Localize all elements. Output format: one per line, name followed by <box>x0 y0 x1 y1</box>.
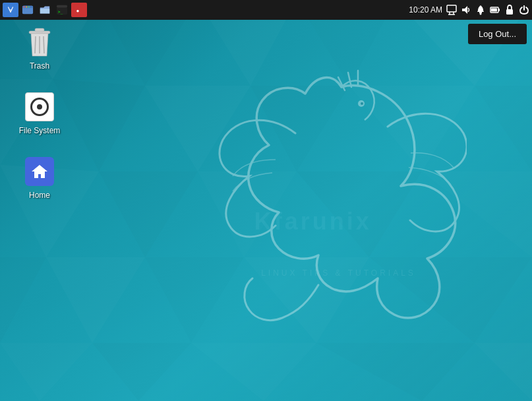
power-icon[interactable] <box>519 5 529 15</box>
svg-point-30 <box>24 6 25 7</box>
filesystem-label: File System <box>16 125 63 136</box>
volume-icon[interactable] <box>461 5 471 15</box>
svg-rect-48 <box>506 9 513 15</box>
browser-icon <box>22 4 34 16</box>
svg-text:●: ● <box>76 8 80 14</box>
trash-icon-desktop[interactable]: Trash <box>13 26 66 71</box>
svg-rect-50 <box>35 28 44 32</box>
trash-icon-image <box>24 26 55 58</box>
house-icon <box>30 162 49 181</box>
svg-line-53 <box>44 36 44 53</box>
home-label: Home <box>26 190 53 200</box>
svg-rect-38 <box>447 5 456 12</box>
svg-marker-42 <box>462 6 467 14</box>
app5-button[interactable]: ● <box>71 3 87 17</box>
terminal-icon: >_ <box>56 4 68 16</box>
svg-line-51 <box>35 36 36 53</box>
svg-marker-54 <box>32 165 47 178</box>
taskbar-center: 10:20 AM <box>409 5 529 15</box>
svg-point-44 <box>480 13 482 15</box>
files-button[interactable] <box>37 3 53 17</box>
disk-center <box>37 104 42 109</box>
battery-icon[interactable] <box>490 5 500 15</box>
desktop-background <box>0 0 532 401</box>
svg-rect-46 <box>498 9 500 11</box>
terminal-button[interactable]: >_ <box>54 3 70 17</box>
app5-icon: ● <box>73 4 85 16</box>
folder-icon <box>39 4 51 16</box>
lock-icon[interactable] <box>504 5 515 15</box>
taskbar: >_ ● 10:20 AM <box>0 0 532 20</box>
desktop: >_ ● 10:20 AM <box>0 0 532 401</box>
home-box <box>25 157 54 186</box>
trash-svg <box>26 27 53 57</box>
trash-label: Trash <box>27 61 52 71</box>
svg-text:>_: >_ <box>58 9 63 15</box>
filesystem-icon-image <box>24 91 55 123</box>
firefox-button[interactable] <box>20 3 36 17</box>
svg-rect-47 <box>491 9 497 12</box>
logout-button[interactable]: Log Out... <box>468 24 527 44</box>
taskbar-left: >_ ● <box>3 3 409 17</box>
home-icon-image <box>24 156 55 187</box>
svg-point-31 <box>26 6 27 7</box>
svg-point-32 <box>28 6 30 7</box>
kali-menu-button[interactable] <box>3 3 18 17</box>
disk-icon <box>30 98 49 116</box>
kali-logo-icon <box>5 4 16 16</box>
desktop-icons: Trash File System Home <box>13 26 66 200</box>
home-icon-desktop[interactable]: Home <box>13 156 66 200</box>
svg-rect-34 <box>57 5 67 8</box>
time-display: 10:20 AM <box>409 5 442 15</box>
screen-icon[interactable] <box>446 5 457 15</box>
filesystem-box <box>25 92 54 121</box>
notification-icon[interactable] <box>475 5 486 15</box>
filesystem-icon-desktop[interactable]: File System <box>13 91 66 136</box>
